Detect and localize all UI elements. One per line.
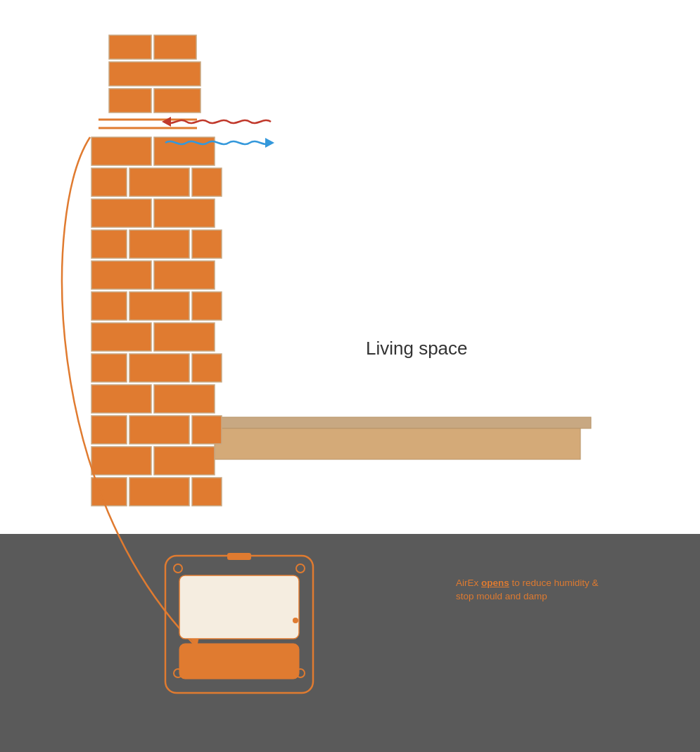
svg-point-43 <box>174 564 182 573</box>
airex-label: AirEx opens to reduce humidity &stop mou… <box>456 577 604 604</box>
airex-prefix: AirEx <box>456 578 481 588</box>
svg-point-44 <box>296 564 305 573</box>
curve-arrow <box>0 0 700 752</box>
living-space-label: Living space <box>366 338 468 359</box>
airex-bold: opens <box>481 578 509 588</box>
airex-device <box>158 549 320 703</box>
svg-rect-48 <box>179 575 299 639</box>
svg-point-50 <box>293 618 298 623</box>
svg-rect-47 <box>227 553 251 560</box>
svg-rect-49 <box>179 644 299 679</box>
